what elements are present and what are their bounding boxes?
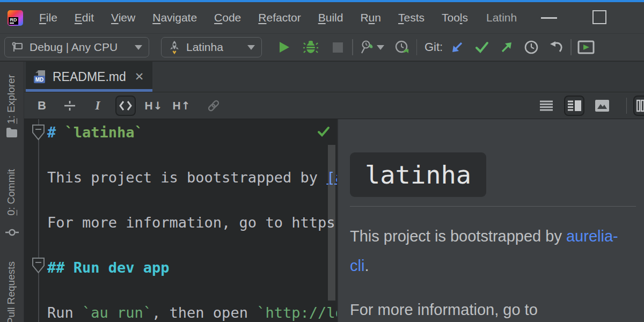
toolbar-separator (416, 39, 418, 55)
close-icon[interactable]: ✕ (135, 70, 144, 83)
header-level-down-button[interactable]: H↓ (143, 96, 164, 116)
editor-and-preview-button[interactable] (564, 96, 584, 116)
markdown-file-icon: MD (33, 70, 47, 84)
sidebar-item-explorer[interactable]: 1: Explorer (5, 75, 17, 124)
run-window-icon (577, 40, 595, 55)
main-toolbar: Debug | Any CPU Latinha (0, 33, 644, 62)
profile-with-timeline-button[interactable] (393, 38, 411, 56)
fold-marker-h1[interactable] (31, 124, 46, 141)
play-icon (277, 40, 291, 54)
bug-icon (303, 40, 318, 55)
menu-item-run[interactable]: Run (354, 8, 387, 28)
editor-preview-split: # `latinha`This project is bootstrapped … (24, 119, 644, 322)
code-line[interactable] (47, 144, 337, 166)
header-level-up-button[interactable]: H↑ (171, 96, 192, 116)
fold-guide-line (38, 119, 39, 322)
toolbar-separator (626, 98, 627, 114)
profiler-button[interactable] (358, 38, 377, 56)
rider-logo-icon: RD (8, 10, 23, 26)
maximize-button[interactable] (592, 10, 606, 24)
chevron-down-icon (247, 45, 255, 50)
arrow-down-icon: ↓ (153, 99, 163, 112)
rollback-button[interactable] (547, 38, 565, 56)
run-configuration-selector[interactable]: Latinha (161, 37, 262, 57)
scroll-sync-button[interactable] (633, 96, 644, 116)
chevron-down-icon[interactable] (377, 45, 384, 50)
git-update-button[interactable] (448, 38, 466, 56)
preview-only-button[interactable] (592, 96, 612, 116)
arrow-down-left-icon (450, 40, 464, 54)
scroll-sync-icon (636, 99, 644, 112)
stop-icon (333, 42, 343, 53)
link-icon (207, 99, 221, 113)
markdown-preview[interactable]: latinha This project is bootstrapped by … (337, 119, 644, 322)
menu-item-refactor[interactable]: Refactor (252, 8, 307, 28)
menu-bar: FileEditViewNavigateCodeRefactorBuildRun… (33, 8, 474, 28)
toolbar-separator (570, 39, 572, 55)
content-column: MD README.md ✕ B I (24, 62, 644, 322)
preview-heading-rule (350, 206, 636, 207)
history-button[interactable] (522, 38, 540, 56)
sidebar-item-pull-requests[interactable]: Pull Requests (5, 261, 17, 322)
menu-item-code[interactable]: Code (208, 8, 247, 28)
image-preview-icon (595, 100, 609, 112)
preview-paragraph-2: For more information, go to (350, 295, 623, 322)
tab-readme[interactable]: MD README.md ✕ (26, 62, 152, 92)
link-button[interactable] (203, 96, 224, 116)
code-line[interactable]: This project is bootstrapped by [a (47, 166, 337, 189)
code-line[interactable]: ## Run dev app (47, 257, 337, 279)
configuration-label: Debug | Any CPU (30, 41, 118, 54)
code-line[interactable] (47, 279, 337, 302)
run-window-button[interactable] (577, 38, 595, 56)
profiler-icon (360, 40, 375, 55)
git-label: Git: (425, 40, 443, 54)
undo-icon (548, 40, 564, 55)
menu-item-tools[interactable]: Tools (435, 8, 474, 28)
window-title: Latinh (486, 11, 517, 24)
strikethrough-button[interactable] (60, 96, 80, 116)
minimize-button[interactable] (541, 17, 557, 19)
stop-button[interactable] (328, 38, 347, 56)
sidebar-item-commit[interactable]: 0: Commit (5, 169, 17, 216)
markdown-toolbar: B I H↓ (24, 92, 644, 119)
inspections-ok-icon[interactable] (317, 126, 330, 137)
menu-item-view[interactable]: View (105, 8, 142, 28)
git-commit-button[interactable] (473, 38, 491, 56)
markdown-view-controls (536, 96, 644, 116)
folder-icon[interactable] (6, 127, 18, 138)
editor-only-button[interactable] (536, 96, 557, 116)
code-line[interactable] (47, 189, 337, 211)
italic-button[interactable]: I (87, 96, 108, 116)
solution-configuration-selector[interactable]: Debug | Any CPU (4, 37, 149, 57)
editor-scrollbar[interactable] (328, 145, 335, 301)
title-bar: RD FileEditViewNavigateCodeRefactorBuild… (0, 2, 644, 33)
run-configuration-label: Latinha (186, 41, 223, 54)
menu-item-file[interactable]: File (33, 8, 64, 28)
code-line[interactable] (47, 234, 337, 257)
debug-button[interactable] (302, 38, 320, 56)
menu-item-tests[interactable]: Tests (392, 8, 431, 28)
bold-button[interactable]: B (32, 96, 52, 116)
code-icon (119, 100, 133, 112)
toolbar-separator (352, 39, 353, 55)
lines-icon (539, 100, 553, 112)
code-line[interactable]: # `latinha` (47, 121, 337, 144)
run-button[interactable] (275, 38, 293, 56)
strikethrough-icon (63, 99, 76, 112)
commit-node-icon[interactable] (5, 226, 19, 239)
menu-item-edit[interactable]: Edit (68, 8, 100, 28)
code-lines[interactable]: # `latinha`This project is bootstrapped … (47, 121, 337, 322)
code-button[interactable] (115, 96, 136, 116)
fold-marker-h2[interactable] (31, 257, 46, 274)
code-line[interactable]: For more information, go to https: (47, 211, 337, 234)
tool-window-stripe: 1: Explorer 0: Commit Pull Requests (0, 62, 24, 322)
code-line[interactable]: Run `au run`, then open `http://lo (47, 302, 337, 322)
chevron-down-icon (135, 45, 142, 50)
markdown-editor[interactable]: # `latinha`This project is bootstrapped … (24, 119, 337, 322)
git-push-button[interactable] (497, 38, 516, 56)
check-icon (474, 40, 489, 54)
arrow-up-icon: ↑ (181, 99, 191, 112)
preview-heading-code: latinha (350, 152, 486, 197)
menu-item-build[interactable]: Build (312, 8, 350, 28)
menu-item-navigate[interactable]: Navigate (146, 8, 203, 28)
